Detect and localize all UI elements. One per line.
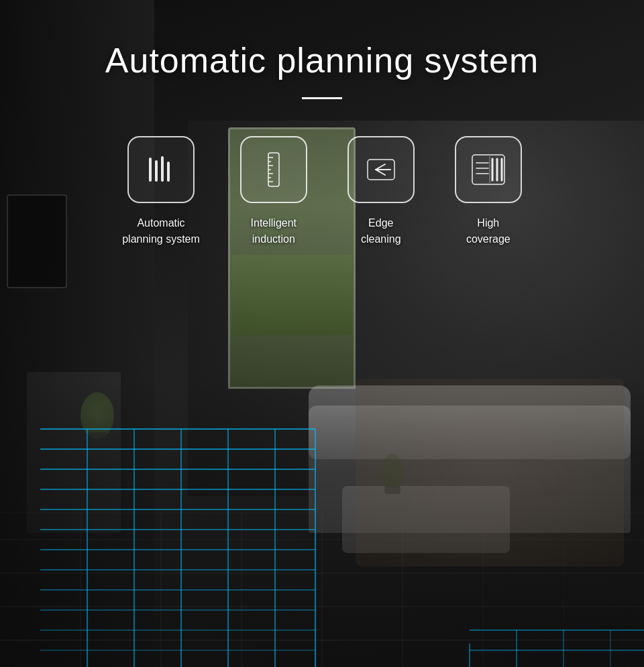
high-coverage-icon-box <box>455 136 522 203</box>
svg-rect-51 <box>472 155 504 184</box>
page-title: Automatic planning system <box>105 40 539 80</box>
title-section: Automatic planning system <box>105 40 539 99</box>
coverage-icon <box>468 149 508 190</box>
auto-planning-label: Automatic planning system <box>122 215 200 247</box>
feature-edge-cleaning: Edge cleaning <box>347 136 415 247</box>
edge-cleaning-label: Edge cleaning <box>361 215 401 247</box>
edge-cleaning-icon-box <box>347 136 415 203</box>
main-content: Automatic planning system Automatic plan… <box>0 0 644 667</box>
edge-icon <box>361 149 401 190</box>
feature-high-coverage: High coverage <box>455 136 522 247</box>
high-coverage-label: High coverage <box>466 215 511 247</box>
feature-auto-planning: Automatic planning system <box>122 136 200 247</box>
feature-intelligent-induction: Intelligent induction <box>240 136 307 247</box>
ruler-icon <box>254 149 294 190</box>
intelligent-induction-icon-box <box>240 136 307 203</box>
bars-icon <box>141 149 181 190</box>
icons-row: Automatic planning system <box>82 136 562 247</box>
auto-planning-icon-box <box>127 136 195 203</box>
intelligent-induction-label: Intelligent induction <box>251 215 297 247</box>
title-divider <box>302 97 342 99</box>
